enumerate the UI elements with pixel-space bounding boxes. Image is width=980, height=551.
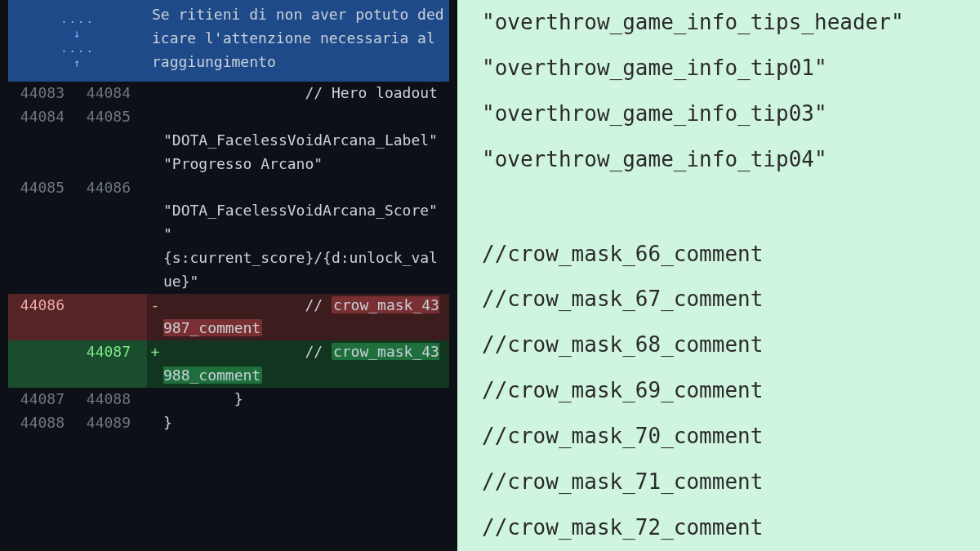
diff-marker-plus: + (147, 340, 163, 388)
line-number-new (74, 294, 140, 341)
reference-line: //crow_mask_69_comment (482, 368, 956, 414)
reference-line: "overthrow_game_info_tip04" (482, 137, 956, 183)
spacer (482, 183, 956, 232)
diff-line-added: 44087 + // crow_mask_43988_comment (8, 340, 449, 388)
diff-marker (147, 388, 163, 411)
line-number-old[interactable]: 44087 (8, 388, 74, 411)
diff-hunk-header[interactable]: .... ↓ .... ↑ Se ritieni di non aver pot… (8, 0, 449, 82)
diff-line: 44084 44085 "DOTA_FacelessVoidArcana_Lab… (8, 105, 449, 176)
reference-line: //crow_mask_71_comment (482, 460, 956, 505)
line-number-old[interactable]: 44085 (8, 176, 74, 294)
expand-gutter[interactable]: .... ↓ .... ↑ (8, 0, 147, 82)
diff-marker-minus: - (147, 294, 163, 341)
code-content: // crow_mask_43987_comment (163, 294, 449, 341)
diff-line: 44085 44086 "DOTA_FacelessVoidArcana_Sco… (8, 176, 449, 294)
line-number-new[interactable]: 44088 (74, 388, 140, 411)
diff-marker (147, 176, 163, 294)
reference-line: //crow_mask_70_comment (482, 414, 956, 460)
reference-line: "overthrow_game_info_tip03" (482, 91, 956, 137)
diff-line: 44088 44089 } (8, 411, 449, 435)
line-number-new[interactable]: 44085 (74, 105, 140, 176)
reference-line: //crow_mask_66_comment (482, 232, 956, 278)
line-number-old[interactable]: 44083 (8, 82, 74, 105)
reference-line: //crow_mask_67_comment (482, 277, 956, 322)
line-number-new[interactable]: 44089 (74, 411, 140, 435)
hunk-header-text: Se ritieni di non aver potuto dedicare l… (147, 0, 449, 82)
line-number-old (8, 340, 74, 388)
code-content: } (163, 388, 449, 411)
line-number-new[interactable]: 44087 (74, 340, 140, 388)
reference-text-panel: "overthrow_game_info_tips_header" "overt… (457, 0, 980, 551)
line-number-old[interactable]: 44086 (8, 294, 74, 341)
code-content: "DOTA_FacelessVoidArcana_Label" "Progres… (163, 105, 449, 176)
dots-icon: .... (60, 11, 95, 26)
arrow-down-icon[interactable]: ↓ (74, 26, 82, 41)
reference-line: //crow_mask_68_comment (482, 322, 956, 368)
reference-line: "overthrow_game_info_tip01" (482, 46, 956, 91)
code-content: "DOTA_FacelessVoidArcana_Score" " {s:cur… (163, 176, 449, 294)
code-content: } (163, 411, 449, 435)
diff-marker (147, 411, 163, 435)
line-number-new[interactable]: 44084 (74, 82, 140, 105)
diff-marker (147, 105, 163, 176)
reference-line: //crow_mask_72_comment (482, 505, 956, 551)
diff-line: 44087 44088 } (8, 388, 449, 411)
code-content: // crow_mask_43988_comment (163, 340, 449, 388)
code-content: // Hero loadout (163, 82, 449, 105)
line-number-new[interactable]: 44086 (74, 176, 140, 294)
reference-line: "overthrow_game_info_tips_header" (482, 0, 956, 46)
diff-line-deleted: 44086 - // crow_mask_43987_comment (8, 294, 449, 341)
line-number-old[interactable]: 44088 (8, 411, 74, 435)
diff-marker (147, 82, 163, 105)
diff-line: 44083 44084 // Hero loadout (8, 82, 449, 105)
diff-body: .... ↓ .... ↑ Se ritieni di non aver pot… (8, 0, 449, 434)
arrow-up-icon[interactable]: ↑ (74, 56, 82, 70)
line-number-old[interactable]: 44084 (8, 105, 74, 176)
diff-panel: .... ↓ .... ↑ Se ritieni di non aver pot… (0, 0, 457, 551)
dots-icon: .... (60, 41, 95, 56)
